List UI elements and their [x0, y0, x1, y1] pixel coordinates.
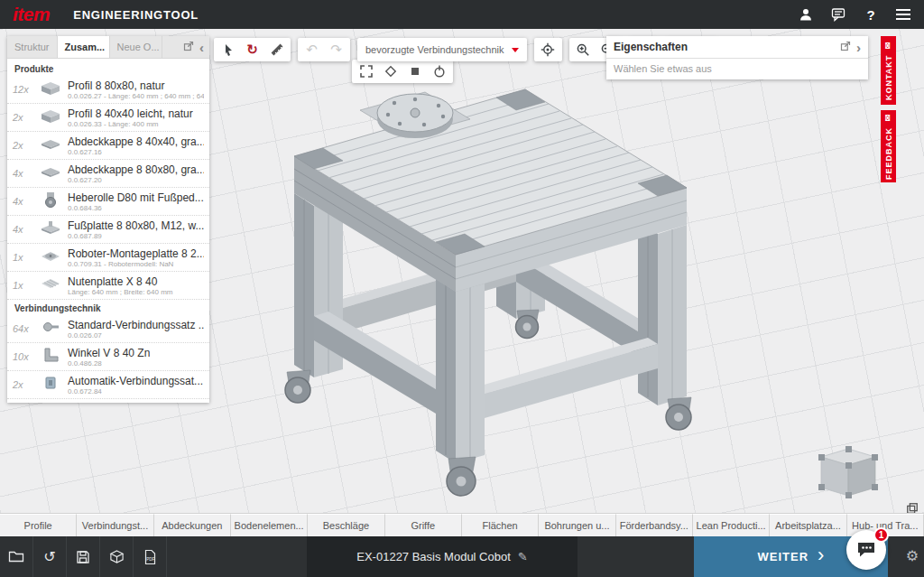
part-thumbnail-icon	[40, 275, 63, 296]
center-target-icon[interactable]	[536, 39, 560, 60]
rotate-view-icon[interactable]: ↻	[240, 39, 264, 60]
menu-icon[interactable]	[895, 6, 911, 23]
feedback-tab[interactable]: FEEDBACK ✉	[881, 110, 896, 182]
part-qty: 64x	[13, 323, 35, 334]
part-row-nutenplatte[interactable]: 1x Nutenplatte X 8 40Länge: 640 mm ; Bre…	[7, 272, 209, 300]
part-row-standard-verbindung[interactable]: 64x Standard-Verbindungssatz ...0.0.026.…	[7, 315, 209, 343]
part-name: Profil 8 40x40 leicht, natur	[68, 107, 193, 120]
parts-panel-tabs: Struktur Zusam... Neue O... ‹	[7, 36, 209, 59]
tab-bohrungen[interactable]: Bohrungen u...	[539, 514, 615, 536]
package-export-icon[interactable]	[100, 536, 134, 577]
parts-panel: Struktur Zusam... Neue O... ‹ Produkte 1…	[7, 36, 209, 403]
part-row-abdeckkappe-40[interactable]: 2x Abdeckkappe 8 40x40, gra...0.0.627.16	[7, 132, 209, 160]
part-row-heberolle[interactable]: 4x Heberolle D80 mit Fußped...0.0.684.36	[7, 188, 209, 216]
part-qty: 1x	[13, 252, 35, 263]
app-header: item ENGINEERINGTOOL ?	[0, 0, 924, 29]
undo-icon[interactable]: ↶	[300, 39, 324, 60]
chat-widget-button[interactable]: 1	[846, 530, 886, 570]
square-select-icon[interactable]	[402, 60, 427, 82]
popout-panel-icon[interactable]	[183, 39, 194, 55]
part-qty: 2x	[13, 140, 35, 151]
part-row-abdeckkappe-80[interactable]: 4x Abdeckkappe 8 80x80, gra...0.0.627.20	[7, 160, 209, 188]
part-qty: 2x	[13, 112, 35, 123]
part-qty: 12x	[13, 84, 35, 95]
kontakt-tab[interactable]: KONTAKT ✉	[881, 36, 896, 105]
part-row-fussplatte[interactable]: 4x Fußplatte 8 80x80, M12, w...0.0.687.8…	[7, 216, 209, 244]
tab-neue-objekte[interactable]: Neue O...	[110, 36, 162, 58]
collapse-panel-icon[interactable]: ‹	[199, 41, 204, 54]
part-qty: 2x	[13, 379, 35, 390]
part-row-automatik-verbindung[interactable]: 2x Automatik-Verbindungssat...0.0.672.84	[7, 371, 209, 399]
measure-icon[interactable]	[264, 39, 289, 60]
tab-profile[interactable]: Profile	[0, 514, 77, 536]
tab-arbeitsplatz[interactable]: Arbeitsplatza...	[770, 514, 846, 536]
part-detail: 0.0.684.36	[68, 204, 204, 212]
diamond-select-icon[interactable]	[378, 60, 402, 82]
tab-zusammenstellung[interactable]: Zusam...	[58, 36, 110, 58]
power-icon[interactable]	[427, 60, 451, 82]
part-detail: 0.0.627.20	[68, 176, 204, 184]
part-thumbnail-icon	[40, 163, 63, 184]
tab-flaechen[interactable]: Flächen	[462, 514, 539, 536]
orientation-cube[interactable]	[818, 446, 878, 498]
part-detail: 0.0.026.27 - Länge: 640 mm ; 640 mm ; 64…	[68, 92, 204, 100]
part-detail: 0.0.709.31 - Robotermodell: NaN	[68, 260, 204, 268]
tab-struktur[interactable]: Struktur	[7, 36, 58, 58]
user-icon[interactable]	[798, 6, 814, 23]
part-row-profil-40x40[interactable]: 2x Profil 8 40x40 leicht, natur0.0.026.3…	[7, 104, 209, 132]
item-logo: item	[13, 4, 50, 25]
part-row-montageplatte[interactable]: 1x Roboter-Montageplatte 8 2...0.0.709.3…	[7, 244, 209, 272]
part-row-profil-80x80[interactable]: 12x Profil 8 80x80, natur0.0.026.27 - Lä…	[7, 76, 209, 104]
part-name: Nutenplatte X 8 40	[68, 275, 173, 288]
part-detail: 0.0.026.33 - Länge: 400 mm	[68, 120, 193, 128]
project-name-box: EX-01227 Basis Modul Cobot ✎	[307, 536, 578, 577]
part-thumbnail-icon	[40, 79, 63, 100]
tab-verbindungstechnik[interactable]: Verbindungst...	[77, 514, 153, 536]
part-detail: 0.0.672.84	[68, 387, 203, 396]
3d-model-table[interactable]	[285, 89, 691, 496]
kontakt-label: KONTAKT	[884, 55, 893, 100]
envelope-icon: ✉	[883, 41, 893, 50]
weiter-chevron-icon: ›	[818, 545, 824, 565]
footer-settings-icon[interactable]: ⚙	[906, 547, 919, 564]
part-name: Heberolle D80 mit Fußped...	[68, 191, 204, 204]
pdf-export-icon[interactable]: PDF	[134, 536, 167, 577]
fit-view-icon[interactable]	[354, 60, 378, 82]
popout-properties-icon[interactable]	[840, 39, 851, 55]
open-project-icon[interactable]	[0, 536, 33, 577]
chat-notification-badge: 1	[873, 527, 889, 543]
part-thumbnail-icon	[40, 107, 63, 128]
tab-foerderbandsysteme[interactable]: Förderbandsy...	[616, 514, 693, 536]
pdf-label: PDF	[146, 557, 154, 562]
chat-language-icon[interactable]	[830, 6, 846, 23]
connector-dropdown[interactable]: bevorzugte Verbindungstechnik	[357, 38, 527, 61]
part-name: Roboter-Montageplatte 8 2...	[68, 247, 204, 260]
dropdown-caret-icon	[512, 48, 519, 52]
part-qty: 4x	[13, 168, 35, 179]
help-icon[interactable]: ?	[863, 6, 879, 23]
properties-title: Eigenschaften	[614, 41, 688, 53]
part-detail: 0.0.026.07	[68, 331, 204, 340]
expand-properties-icon[interactable]: ›	[856, 41, 861, 54]
part-name: Automatik-Verbindungssat...	[68, 375, 203, 387]
category-tab-bar: Profile Verbindungst... Abdeckungen Bode…	[0, 513, 924, 536]
redo-icon[interactable]: ↷	[324, 39, 348, 60]
save-icon[interactable]	[67, 536, 100, 577]
edit-project-name-icon[interactable]: ✎	[518, 550, 528, 563]
tab-abdeckungen[interactable]: Abdeckungen	[154, 514, 231, 536]
section-title-verbindungstechnik: Verbindungstechnik	[7, 300, 209, 315]
tab-bodenelemente[interactable]: Bodenelemen...	[231, 514, 308, 536]
part-name: Profil 8 80x80, natur	[68, 79, 204, 92]
tab-lean-production[interactable]: Lean Producti...	[693, 514, 770, 536]
tab-griffe[interactable]: Griffe	[385, 514, 462, 536]
part-row-winkel[interactable]: 10x Winkel V 8 40 Zn0.0.486.28	[7, 343, 209, 371]
part-qty: 1x	[13, 280, 35, 291]
reset-history-icon[interactable]: ↺	[33, 536, 67, 577]
tab-beschlaege[interactable]: Beschläge	[308, 514, 384, 536]
part-thumbnail-icon	[40, 135, 63, 156]
zoom-in-icon[interactable]	[571, 39, 596, 60]
part-thumbnail-icon	[40, 191, 63, 212]
part-thumbnail-icon	[40, 374, 63, 396]
feedback-label: FEEDBACK	[884, 127, 893, 180]
select-cursor-icon[interactable]	[216, 39, 240, 60]
